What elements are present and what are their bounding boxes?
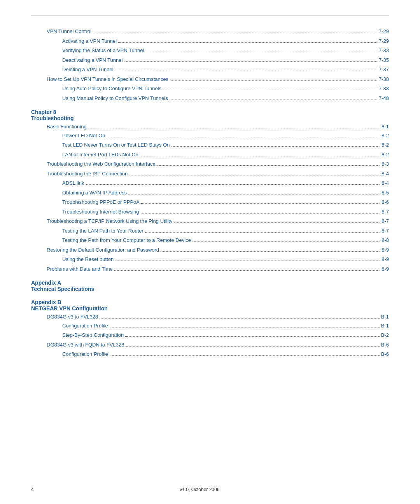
toc-link-internet-browsing[interactable]: Troubleshooting Internet Browsing bbox=[62, 208, 139, 216]
toc-row-restore-default: Restoring the Default Configuration and … bbox=[31, 246, 389, 254]
toc-link-lan-internet[interactable]: LAN or Internet Port LEDs Not On bbox=[62, 151, 138, 159]
toc-page-activating-vpn: 7-29 bbox=[379, 37, 389, 45]
toc-link-adsl-link[interactable]: ADSL link bbox=[62, 179, 84, 187]
toc-dots bbox=[163, 90, 377, 90]
toc-row-wan-ip: Obtaining a WAN IP Address 8-5 bbox=[31, 189, 389, 197]
toc-row-pppoe: Troubleshooting PPPoE or PPPoA 8-6 bbox=[31, 198, 389, 206]
toc-dots bbox=[157, 165, 380, 166]
toc-link-config-profile-1[interactable]: Configuration Profile bbox=[62, 322, 108, 330]
toc-link-dg834g-fqdn[interactable]: DG834G v3 with FQDN to FVL328 bbox=[47, 341, 124, 349]
toc-page-auto-policy: 7-38 bbox=[379, 85, 389, 93]
toc-row-web-config: Troubleshooting the Web Configuration In… bbox=[31, 160, 389, 168]
toc-link-step-by-step[interactable]: Step-By-Step Configuration bbox=[62, 331, 124, 339]
toc-row-dg834g-fqdn: DG834G v3 with FQDN to FVL328 B-6 bbox=[31, 341, 389, 349]
toc-link-lan-path[interactable]: Testing the LAN Path to Your Router bbox=[62, 227, 144, 235]
toc-page-basic-functioning: 8-1 bbox=[382, 123, 389, 131]
toc-dots bbox=[174, 222, 380, 223]
toc-link-path-from-computer[interactable]: Testing the Path from Your Computer to a… bbox=[62, 236, 191, 244]
toc-dots bbox=[88, 128, 380, 128]
toc-link-wan-ip[interactable]: Obtaining a WAN IP Address bbox=[62, 189, 127, 197]
appendixA-heading: Appendix A Technical Specifications bbox=[31, 280, 389, 292]
toc-dots bbox=[126, 346, 379, 346]
footer: 4 v1.0, October 2006 bbox=[31, 487, 389, 492]
toc-row-date-time: Problems with Date and Time 8-9 bbox=[31, 265, 389, 273]
toc-page-dg834g-fvl328: B-1 bbox=[381, 313, 389, 321]
appendixA-label: Appendix A bbox=[31, 280, 389, 286]
toc-link-deactivating-vpn[interactable]: Deactivating a VPN Tunnel bbox=[62, 56, 122, 64]
toc-row-isp-connection: Troubleshooting the ISP Connection 8-4 bbox=[31, 170, 389, 178]
toc-row-adsl-link: ADSL link 8-4 bbox=[31, 179, 389, 187]
toc-link-basic-functioning[interactable]: Basic Functioning bbox=[47, 123, 87, 131]
toc-page-step-by-step: B-2 bbox=[381, 331, 389, 339]
toc-link-deleting-vpn[interactable]: Deleting a VPN Tunnel bbox=[62, 66, 114, 74]
toc-dots bbox=[170, 80, 377, 81]
toc-dots bbox=[145, 232, 380, 233]
toc-row-vpn-tunnel-control: VPN Tunnel Control 7-29 bbox=[31, 28, 389, 35]
toc-link-pppoe[interactable]: Troubleshooting PPPoE or PPPoA bbox=[62, 198, 140, 206]
toc-row-tcpip-ping: Troubleshooting a TCP/IP Network Using t… bbox=[31, 217, 389, 225]
toc-link-config-profile-2[interactable]: Configuration Profile bbox=[62, 350, 108, 358]
toc-dots bbox=[107, 137, 380, 137]
toc-dots bbox=[124, 61, 377, 62]
toc-page-config-profile-1: B-1 bbox=[381, 322, 389, 330]
toc-row-deactivating-vpn: Deactivating a VPN Tunnel 7-35 bbox=[31, 56, 389, 64]
toc-dots bbox=[100, 318, 380, 318]
toc-page-how-setup-vpn: 7-38 bbox=[379, 75, 389, 83]
toc-link-power-led[interactable]: Power LED Not On bbox=[62, 132, 105, 140]
toc-row-path-from-computer: Testing the Path from Your Computer to a… bbox=[31, 236, 389, 244]
toc-row-verifying-vpn: Verifying the Status of a VPN Tunnel 7-3… bbox=[31, 47, 389, 54]
toc-dots bbox=[110, 355, 380, 356]
toc-link-reset-button[interactable]: Using the Reset button bbox=[62, 256, 114, 263]
toc-link-activating-vpn[interactable]: Activating a VPN Tunnel bbox=[62, 37, 117, 45]
toc-link-verifying-vpn[interactable]: Verifying the Status of a VPN Tunnel bbox=[62, 47, 144, 54]
toc-link-restore-default[interactable]: Restoring the Default Configuration and … bbox=[47, 246, 159, 254]
toc-row-lan-path: Testing the LAN Path to Your Router 8-7 bbox=[31, 227, 389, 235]
toc-dots bbox=[118, 42, 377, 43]
toc-link-date-time[interactable]: Problems with Date and Time bbox=[47, 265, 113, 273]
toc-row-config-profile-2: Configuration Profile B-6 bbox=[31, 350, 389, 358]
toc-page-power-led: 8-2 bbox=[382, 132, 389, 140]
toc-dots bbox=[114, 270, 380, 271]
toc-link-vpn-tunnel-control[interactable]: VPN Tunnel Control bbox=[47, 28, 91, 35]
appendixB-label: Appendix B bbox=[31, 299, 389, 305]
toc-row-lan-internet: LAN or Internet Port LEDs Not On 8-2 bbox=[31, 151, 389, 159]
toc-dots bbox=[161, 251, 380, 252]
toc-dots bbox=[141, 213, 380, 214]
toc-page-restore-default: 8-9 bbox=[382, 246, 389, 254]
toc-page-internet-browsing: 8-7 bbox=[382, 208, 389, 216]
page-container: VPN Tunnel Control 7-29 Activating a VPN… bbox=[0, 0, 420, 504]
toc-row-basic-functioning: Basic Functioning 8-1 bbox=[31, 123, 389, 131]
appendixB-title: NETGEAR VPN Configuration bbox=[31, 305, 389, 312]
toc-dots bbox=[145, 52, 377, 52]
toc-link-auto-policy[interactable]: Using Auto Policy to Configure VPN Tunne… bbox=[62, 85, 161, 93]
toc-page-reset-button: 8-9 bbox=[382, 256, 389, 263]
toc-link-test-led[interactable]: Test LED Never Turns On or Test LED Stay… bbox=[62, 141, 170, 149]
toc-link-web-config[interactable]: Troubleshooting the Web Configuration In… bbox=[47, 160, 156, 168]
toc-page-lan-path: 8-7 bbox=[382, 227, 389, 235]
toc-dots bbox=[115, 261, 380, 261]
footer-page-number: 4 bbox=[31, 487, 34, 492]
toc-page-path-from-computer: 8-8 bbox=[382, 236, 389, 244]
toc-link-how-setup-vpn[interactable]: How to Set Up VPN Tunnels in Special Cir… bbox=[47, 75, 168, 83]
toc-row-deleting-vpn: Deleting a VPN Tunnel 7-37 bbox=[31, 66, 389, 74]
toc-row-manual-policy: Using Manual Policy to Configure VPN Tun… bbox=[31, 94, 389, 102]
toc-link-isp-connection[interactable]: Troubleshooting the ISP Connection bbox=[47, 170, 128, 178]
footer-version: v1.0, October 2006 bbox=[34, 487, 366, 492]
toc-link-dg834g-fvl328[interactable]: DG834G v3 to FVL328 bbox=[47, 313, 98, 321]
toc-page-vpn-tunnel-control: 7-29 bbox=[379, 28, 389, 35]
toc-dots bbox=[125, 336, 380, 337]
toc-dots bbox=[141, 203, 380, 204]
toc-page-web-config: 8-3 bbox=[382, 160, 389, 168]
toc-row-config-profile-1: Configuration Profile B-1 bbox=[31, 322, 389, 330]
toc-page-verifying-vpn: 7-33 bbox=[379, 47, 389, 54]
toc-page-isp-connection: 8-4 bbox=[382, 170, 389, 178]
toc-page-deactivating-vpn: 7-35 bbox=[379, 56, 389, 64]
toc-row-auto-policy: Using Auto Policy to Configure VPN Tunne… bbox=[31, 85, 389, 93]
toc-page-manual-policy: 7-48 bbox=[379, 94, 389, 102]
toc-dots bbox=[171, 146, 380, 147]
toc-row-dg834g-fvl328: DG834G v3 to FVL328 B-1 bbox=[31, 313, 389, 321]
toc-row-how-setup-vpn: How to Set Up VPN Tunnels in Special Cir… bbox=[31, 75, 389, 83]
toc-link-tcpip-ping[interactable]: Troubleshooting a TCP/IP Network Using t… bbox=[47, 217, 172, 225]
toc-link-manual-policy[interactable]: Using Manual Policy to Configure VPN Tun… bbox=[62, 94, 168, 102]
toc-page-config-profile-2: B-6 bbox=[381, 350, 389, 358]
